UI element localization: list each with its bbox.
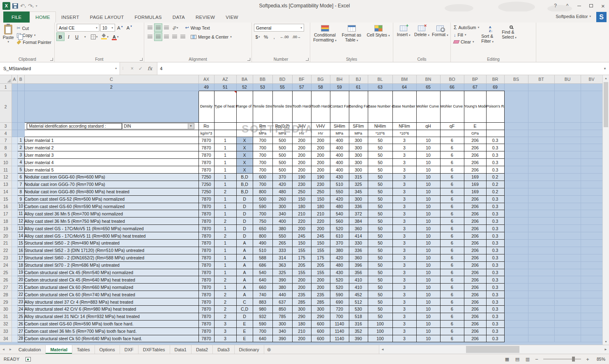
- customize-qat-button[interactable]: ▾: [36, 4, 37, 8]
- value-cell[interactable]: 785: [272, 313, 292, 320]
- borders-button[interactable]: ▾: [90, 33, 99, 41]
- row-header-4[interactable]: 4: [0, 130, 12, 137]
- value-cell[interactable]: 2: [214, 217, 236, 225]
- unit-cell[interactable]: [236, 130, 253, 137]
- close-button[interactable]: ×: [597, 1, 609, 11]
- cell[interactable]: [504, 284, 528, 291]
- value-cell[interactable]: 200: [292, 159, 311, 166]
- value-cell[interactable]: 206: [464, 166, 486, 174]
- value-cell[interactable]: 155: [292, 269, 311, 276]
- column-title-cell[interactable]: Wohler Curve Exponent for Contact: [416, 91, 440, 122]
- value-cell[interactable]: 380: [330, 247, 349, 254]
- column-header-BU[interactable]: BU: [554, 75, 581, 83]
- column-header-BD[interactable]: BD: [272, 75, 292, 83]
- value-cell[interactable]: 1: [214, 210, 236, 217]
- value-cell[interactable]: 50: [368, 144, 392, 151]
- value-cell[interactable]: 206: [464, 239, 486, 247]
- cell[interactable]: [554, 335, 581, 342]
- value-cell[interactable]: 6: [440, 261, 464, 269]
- scroll-down-arrow[interactable]: ▼: [603, 339, 609, 345]
- cell[interactable]: [528, 188, 554, 195]
- value-cell[interactable]: 1: [214, 239, 236, 247]
- cell[interactable]: [554, 159, 581, 166]
- page-break-view-button[interactable]: ▥: [523, 355, 532, 363]
- cell[interactable]: [528, 159, 554, 166]
- value-cell[interactable]: 300: [272, 203, 292, 210]
- value-cell[interactable]: 300: [349, 151, 368, 159]
- column-header-BR[interactable]: BR: [486, 75, 504, 83]
- cell[interactable]: [581, 166, 602, 174]
- value-cell[interactable]: 510: [253, 247, 272, 254]
- value-cell[interactable]: 6: [440, 166, 464, 174]
- material-index-cell[interactable]: 27: [17, 327, 24, 335]
- material-index-cell[interactable]: 1: [17, 137, 24, 144]
- value-cell[interactable]: 384: [349, 217, 368, 225]
- value-cell[interactable]: 206: [464, 335, 486, 342]
- material-id-cell[interactable]: Material identification according standa…: [24, 122, 198, 130]
- unit-cell[interactable]: MPa: [330, 130, 349, 137]
- value-cell[interactable]: 0.3: [486, 225, 504, 232]
- font-size-select[interactable]: 10▾: [100, 24, 115, 32]
- material-name-cell[interactable]: Carbon structural steel Ck 45 (Rm=540 MP…: [24, 269, 198, 276]
- value-cell[interactable]: 200: [311, 137, 330, 144]
- cell[interactable]: [581, 91, 602, 122]
- cell[interactable]: [528, 320, 554, 327]
- value-cell[interactable]: 169: [464, 181, 486, 188]
- cell[interactable]: [581, 137, 602, 144]
- value-cell[interactable]: 3: [392, 335, 416, 342]
- cell[interactable]: [528, 276, 554, 284]
- value-cell[interactable]: 7870: [198, 166, 214, 174]
- value-cell[interactable]: 206: [464, 159, 486, 166]
- value-cell[interactable]: 206: [464, 203, 486, 210]
- value-cell[interactable]: 10: [416, 327, 440, 335]
- value-cell[interactable]: 7870: [198, 195, 214, 203]
- align-right-button[interactable]: [163, 33, 170, 41]
- shrink-font-button[interactable]: A▼: [125, 24, 134, 32]
- cell[interactable]: [504, 320, 528, 327]
- zoom-slider-thumb[interactable]: [572, 357, 575, 362]
- value-cell[interactable]: 932: [253, 313, 272, 320]
- underline-dropdown[interactable]: ▾: [81, 33, 89, 41]
- value-cell[interactable]: A: [236, 291, 253, 298]
- value-cell[interactable]: 700: [253, 166, 272, 174]
- cell[interactable]: [554, 195, 581, 203]
- value-cell[interactable]: 3: [392, 210, 416, 217]
- cell[interactable]: [12, 144, 17, 151]
- value-cell[interactable]: 480: [272, 188, 292, 195]
- value-cell[interactable]: 1: [214, 269, 236, 276]
- value-cell[interactable]: 300: [349, 144, 368, 151]
- value-cell[interactable]: 300: [292, 305, 311, 313]
- cell[interactable]: [528, 269, 554, 276]
- cell[interactable]: [554, 232, 581, 240]
- value-cell[interactable]: 3: [392, 232, 416, 240]
- unit-cell[interactable]: [486, 130, 504, 137]
- cell[interactable]: [504, 203, 528, 210]
- value-cell[interactable]: 10: [416, 232, 440, 240]
- value-cell[interactable]: 400: [330, 151, 349, 159]
- material-index-cell[interactable]: 6: [17, 173, 24, 181]
- conditional-formatting-button[interactable]: Conditional Formatting ▾: [312, 24, 337, 56]
- value-cell[interactable]: 720: [330, 305, 349, 313]
- value-cell[interactable]: 50: [368, 210, 392, 217]
- value-cell[interactable]: 7870: [198, 269, 214, 276]
- cell[interactable]: 2: [24, 83, 198, 91]
- value-cell[interactable]: 750: [253, 217, 272, 225]
- material-index-cell[interactable]: 8: [17, 188, 24, 195]
- row-header-21[interactable]: 21: [0, 239, 12, 247]
- value-cell[interactable]: 700: [253, 144, 272, 151]
- row-header-9[interactable]: 9: [0, 151, 12, 159]
- value-cell[interactable]: 7250: [198, 188, 214, 195]
- unit-cell[interactable]: MPa: [253, 130, 272, 137]
- value-cell[interactable]: 360: [349, 225, 368, 232]
- align-bottom-button[interactable]: [163, 24, 170, 32]
- column-title-cell[interactable]: Poison's Ratio: [486, 91, 504, 122]
- material-index-cell[interactable]: 14: [17, 232, 24, 240]
- sheet-tab-data1[interactable]: Data1: [170, 345, 191, 354]
- value-cell[interactable]: 0.3: [486, 254, 504, 261]
- column-title-cell[interactable]: Base Number of Load Cycles in Contact: [368, 91, 392, 122]
- column-header-BA[interactable]: BA: [236, 75, 253, 83]
- value-cell[interactable]: 6: [440, 144, 464, 151]
- cell[interactable]: [528, 232, 554, 240]
- value-cell[interactable]: 500: [272, 159, 292, 166]
- value-cell[interactable]: 10: [416, 181, 440, 188]
